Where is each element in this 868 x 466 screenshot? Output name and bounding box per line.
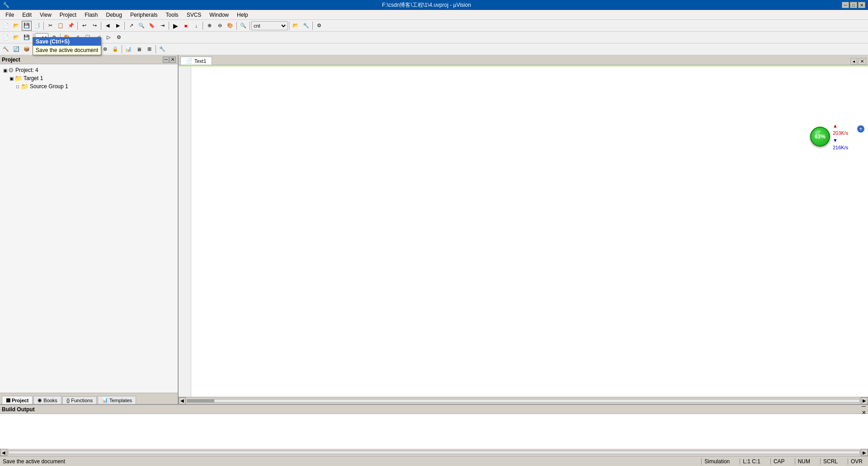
editor-horizontal-scrollbar[interactable]: ◀ ▶ [179, 397, 868, 404]
step-button[interactable]: ↓ [191, 21, 201, 31]
find-button[interactable]: 🔍 [137, 21, 146, 31]
status-simulation: Simulation [701, 458, 732, 465]
tb3-b1[interactable]: 🔨 [1, 44, 11, 54]
tb3-b13[interactable]: 🖥 [134, 44, 144, 54]
tb2-save[interactable]: 💾 [22, 33, 32, 43]
target-label: Target 1 [24, 75, 43, 81]
back-button[interactable]: ◀ [103, 21, 113, 31]
menu-view[interactable]: View [36, 11, 55, 19]
tb3-b11[interactable]: 🔒 [110, 44, 120, 54]
tab-functions[interactable]: {} Functions [62, 396, 97, 404]
menu-debug[interactable]: Debug [103, 11, 126, 19]
sep9 [289, 22, 289, 30]
tb2-right[interactable]: ▷ [104, 33, 113, 43]
tab-close-btn[interactable]: ✕ [858, 58, 866, 65]
redo-button[interactable]: ↪ [90, 21, 99, 31]
tab-project[interactable]: ▦ Project [2, 396, 33, 404]
tab-books[interactable]: ◉ Books [33, 396, 61, 404]
tooltip-title: Save (Ctrl+S) [33, 38, 101, 46]
stop-button[interactable]: ■ [181, 21, 191, 31]
hscroll-track[interactable] [187, 399, 860, 403]
tb2-gear[interactable]: ⚙ [114, 33, 124, 43]
tb3-b2[interactable]: 🔄 [11, 44, 21, 54]
panel-collapse-btn[interactable]: ─ [163, 57, 169, 63]
expand-target[interactable]: ▣ [8, 76, 14, 81]
tree-item-project[interactable]: ▣ ⚙ Project: 4 [0, 66, 178, 74]
menu-window[interactable]: Window [206, 11, 232, 19]
tb3-b12[interactable]: 📊 [123, 44, 133, 54]
tree-item-source-group[interactable]: □ 📁 Source Group 1 [0, 82, 178, 90]
tb3-b10[interactable]: ⊛ [100, 44, 110, 54]
tb2-new[interactable]: 📄 [1, 33, 11, 43]
hscroll-left-btn[interactable]: ◀ [179, 397, 186, 404]
build-hscroll-left[interactable]: ◀ [0, 449, 7, 456]
cut-button[interactable]: ✂ [45, 21, 55, 31]
tb3-b15[interactable]: 🔧 [157, 44, 167, 54]
indent-btn[interactable]: ⇥ [157, 21, 167, 31]
expand-project[interactable]: ▣ [2, 68, 8, 73]
build-hscroll-right[interactable]: ▶ [861, 449, 868, 456]
bookmark-btn[interactable]: 🔖 [147, 21, 157, 31]
zoom-in-button[interactable]: 🔍 [238, 21, 248, 31]
close-button[interactable]: ✕ [858, 2, 865, 8]
left-panel-tabs: ▦ Project ◉ Books {} Functions 📊 Templat… [0, 393, 178, 404]
save-all-button[interactable]: 📑 [32, 21, 42, 31]
tb2-open[interactable]: 📂 [11, 33, 21, 43]
build-hscroll-track[interactable] [8, 451, 860, 454]
hscroll-thumb[interactable] [187, 399, 214, 402]
undo-button[interactable]: ↩ [79, 21, 89, 31]
options-btn[interactable]: ⚙ [314, 21, 324, 31]
upload-speed: ▲ 203K/s [833, 122, 854, 137]
hscroll-right-btn[interactable]: ▶ [861, 397, 868, 404]
project-panel-header: Project ─ ✕ [0, 55, 178, 64]
editor-tab-text1[interactable]: 📄 Text1 [180, 57, 212, 65]
save-button[interactable]: 💾 [22, 21, 32, 31]
editor-content[interactable] [179, 65, 868, 397]
search-file-btn[interactable]: 📂 [291, 21, 301, 31]
tree-item-target[interactable]: ▣ 📁 Target 1 [0, 74, 178, 82]
menu-help[interactable]: Help [233, 11, 252, 19]
tab-expand-btn[interactable]: ◂ [850, 58, 857, 65]
target-select[interactable]: cnt [251, 21, 288, 30]
copy-button[interactable]: 📋 [56, 21, 66, 31]
expand-source[interactable]: □ [14, 84, 21, 89]
paste-button[interactable]: 📌 [66, 21, 76, 31]
new-button[interactable]: 📄 [1, 21, 11, 31]
open-button[interactable]: 📂 [11, 21, 21, 31]
tab-templates[interactable]: 📊 Templates [98, 396, 136, 404]
download-arrow: ▼ [833, 138, 838, 143]
minimize-button[interactable]: ─ [842, 2, 849, 8]
menu-tools[interactable]: Tools [162, 11, 182, 19]
forward-button[interactable]: ▶ [113, 21, 123, 31]
tb3-b14[interactable]: ⊞ [144, 44, 154, 54]
debug-btn[interactable]: 🔧 [301, 21, 311, 31]
remove-button[interactable]: ⊖ [215, 21, 225, 31]
status-cap: CAP [770, 458, 788, 465]
menu-flash[interactable]: Flash [81, 11, 101, 19]
menu-svcs[interactable]: SVCS [183, 11, 205, 19]
menu-peripherals[interactable]: Peripherals [127, 11, 161, 19]
tab-project-icon: ▦ [6, 397, 10, 403]
tooltip-description: Save the active document [36, 47, 98, 53]
insert-button[interactable]: ⊕ [204, 21, 214, 31]
window-controls: ─ □ ✕ [842, 2, 865, 8]
palette-button[interactable]: 🎨 [225, 21, 235, 31]
build-output-header: Build Output ─ ✕ [0, 405, 868, 414]
menu-edit[interactable]: Edit [19, 11, 35, 19]
build-horizontal-scrollbar[interactable]: ◀ ▶ [0, 449, 868, 456]
project-label: Project: 4 [15, 67, 38, 73]
run-button[interactable]: ▶ [170, 21, 180, 31]
toolbar-secondary: 📄 📂 💾 ⊕ 🎨 🖨 📋 ◁ ▷ ⚙ [0, 32, 868, 43]
network-add-button[interactable]: + [857, 125, 864, 133]
status-num: NUM [795, 458, 813, 465]
maximize-button[interactable]: □ [850, 2, 857, 8]
goto-button[interactable]: ↗ [126, 21, 136, 31]
menu-file[interactable]: File [2, 11, 18, 19]
tb3-b3[interactable]: 📦 [22, 44, 32, 54]
editor-gutter [179, 67, 191, 397]
panel-close-btn[interactable]: ✕ [170, 57, 176, 63]
menu-project[interactable]: Project [56, 11, 80, 19]
sep6 [203, 22, 203, 30]
download-speed: ▼ 216K/s [833, 137, 854, 151]
window-title: F:\csdn博客\工程\1\4.uvproj - µVision [382, 1, 471, 9]
